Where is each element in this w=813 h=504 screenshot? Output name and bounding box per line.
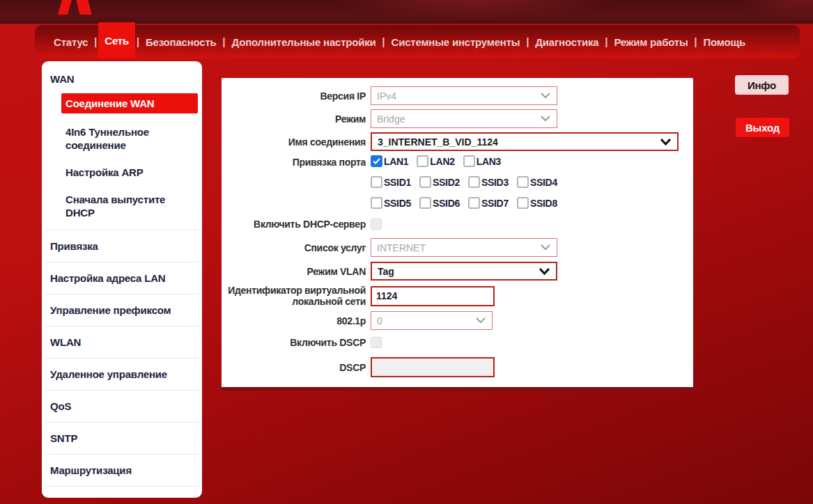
- mode-select: Bridge: [371, 109, 557, 128]
- checkbox-pair: SSID2: [419, 176, 460, 188]
- nav-separator: |: [381, 36, 387, 47]
- ssid3-checkbox-label: SSID3: [481, 177, 509, 188]
- priority-8021p-select: 0: [371, 311, 493, 330]
- top-nav: Статус | Сеть | Безопасность | Дополните…: [35, 25, 800, 58]
- check-icon: [373, 158, 380, 164]
- banner-curve-decor-right: [738, 0, 813, 21]
- vlan-id-input[interactable]: [371, 286, 495, 306]
- port-binding-line-ssid1-4: SSID1 SSID2 SSID3 SSID4: [371, 176, 566, 188]
- priority-8021p-value: 0: [377, 315, 382, 326]
- brand-logo-fragment: [76, 0, 91, 15]
- chevron-down-icon: [541, 244, 550, 251]
- sidebar-item-qos[interactable]: QoS: [45, 390, 199, 422]
- logout-button[interactable]: Выход: [736, 118, 789, 137]
- sidebar-item-lan-address[interactable]: Настройка адреса LAN: [45, 262, 199, 294]
- port-binding-line-ssid5-8: SSID5 SSID6 SSID7 SSID8: [371, 197, 566, 209]
- lan2-checkbox[interactable]: [417, 155, 428, 167]
- ssid2-checkbox[interactable]: [419, 176, 431, 188]
- ip-version-label: Версия IP: [222, 90, 366, 102]
- dscp-enable-checkbox: [371, 337, 382, 348]
- dhcp-server-checkbox: [371, 219, 382, 230]
- service-list-select: INTERNET: [371, 238, 557, 257]
- lan1-checkbox[interactable]: [371, 155, 382, 167]
- form-row-service-list: Список услуг INTERNET: [222, 238, 693, 257]
- banner-curve-decor: [327, 0, 620, 21]
- ssid5-checkbox[interactable]: [371, 197, 382, 209]
- tab-help[interactable]: Помощь: [699, 25, 751, 58]
- nav-separator: |: [93, 36, 98, 47]
- lan2-checkbox-label: LAN2: [430, 156, 454, 167]
- chevron-down-icon: [541, 116, 550, 122]
- form-row-vlan-id: Идентификатор виртуальной локальной сети: [222, 285, 693, 307]
- ssid4-checkbox-label: SSID4: [530, 177, 557, 188]
- vlan-id-label: Идентификатор виртуальной локальной сети: [222, 285, 366, 307]
- ssid7-checkbox-label: SSID7: [481, 198, 509, 209]
- port-binding-line-lan: LAN1 LAN2 LAN3: [371, 155, 566, 167]
- ssid1-checkbox[interactable]: [371, 176, 382, 188]
- sidebar-item-sntp[interactable]: SNTP: [45, 422, 199, 454]
- connection-name-label: Имя соединения: [222, 136, 366, 148]
- sidebar-item-4in6-tunnel[interactable]: 4In6 Туннельное соединение: [61, 122, 198, 155]
- tab-diagnostics[interactable]: Диагностика: [530, 25, 603, 58]
- ssid1-checkbox-label: SSID1: [384, 177, 411, 188]
- checkbox-pair: SSID7: [468, 197, 509, 209]
- checkbox-pair: SSID8: [517, 197, 557, 209]
- checkbox-pair: LAN1: [371, 155, 408, 167]
- ssid2-checkbox-label: SSID2: [433, 177, 460, 188]
- nav-separator: |: [222, 36, 227, 47]
- form-row-dhcp-server: Включить DHCP-сервер: [222, 219, 693, 230]
- connection-name-select[interactable]: 3_INTERNET_B_VID_1124: [371, 132, 679, 151]
- ip-version-select: IPv4: [371, 86, 557, 105]
- service-list-label: Список услуг: [222, 242, 366, 253]
- sidebar-item-binding[interactable]: Привязка: [45, 230, 199, 262]
- lan3-checkbox[interactable]: [463, 155, 475, 167]
- checkbox-pair: LAN3: [463, 155, 501, 167]
- ssid3-checkbox[interactable]: [468, 176, 480, 188]
- vlan-mode-select[interactable]: Tag: [371, 262, 557, 281]
- form-row-mode: Режим Bridge: [222, 109, 693, 128]
- ssid8-checkbox-label: SSID8: [530, 198, 557, 209]
- sidebar-item-prefix-management[interactable]: Управление префиксом: [45, 294, 199, 326]
- form-row-ip-version: Версия IP IPv4: [222, 86, 693, 105]
- tab-network[interactable]: Сеть: [98, 22, 135, 58]
- brand-logo-fragment: [58, 0, 72, 15]
- tab-system-tools[interactable]: Системные инструменты: [387, 25, 525, 58]
- ssid8-checkbox[interactable]: [517, 197, 529, 209]
- checkbox-pair: SSID4: [517, 176, 557, 188]
- lan3-checkbox-label: LAN3: [477, 156, 501, 167]
- sidebar-section-wan[interactable]: WAN: [42, 61, 202, 93]
- nav-separator: |: [135, 36, 141, 47]
- nav-separator: |: [525, 36, 530, 47]
- sidebar-item-arp-setup[interactable]: Настройка ARP: [61, 162, 198, 182]
- checkbox-pair: LAN2: [417, 155, 454, 167]
- connection-name-value: 3_INTERNET_B_VID_1124: [378, 136, 498, 148]
- dscp-label: DSCP: [222, 362, 366, 373]
- sidebar-item-wan-connection[interactable]: Соединение WAN: [61, 93, 198, 113]
- form-row-port-binding: Привязка порта LAN1 LAN2 LAN3: [222, 155, 693, 214]
- tab-advanced-settings[interactable]: Дополнительные настройки: [227, 25, 381, 58]
- sidebar-bottom-divider: [45, 486, 199, 496]
- sidebar: WAN Соединение WAN 4In6 Туннельное соеди…: [42, 61, 202, 498]
- nav-separator: |: [603, 36, 609, 47]
- tab-operation-mode[interactable]: Режим работы: [609, 25, 692, 58]
- sidebar-item-remote-management[interactable]: Удаленное управление: [45, 358, 199, 390]
- chevron-down-icon: [539, 268, 550, 275]
- sidebar-item-routing[interactable]: Маршрутизация: [45, 454, 199, 486]
- mode-value: Bridge: [377, 113, 405, 125]
- form-row-dscp-enable: Включить DSCP: [222, 337, 693, 348]
- sidebar-item-dhcp-release[interactable]: Сначала выпустите DHCP: [61, 189, 198, 223]
- sidebar-item-wlan[interactable]: WLAN: [45, 326, 199, 358]
- ssid6-checkbox-label: SSID6: [433, 198, 460, 209]
- ssid7-checkbox[interactable]: [468, 197, 480, 209]
- chevron-down-icon: [541, 93, 550, 99]
- info-button[interactable]: Инфо: [735, 75, 789, 95]
- checkbox-pair: SSID5: [371, 197, 411, 209]
- checkbox-pair: SSID6: [419, 197, 460, 209]
- tab-status[interactable]: Статус: [49, 25, 93, 58]
- nav-separator: |: [693, 36, 699, 47]
- ssid4-checkbox[interactable]: [517, 176, 529, 188]
- tab-security[interactable]: Безопасность: [141, 25, 222, 58]
- chevron-down-icon: [476, 317, 486, 324]
- form-row-vlan-mode: Режим VLAN Tag: [222, 262, 693, 281]
- ssid6-checkbox[interactable]: [419, 197, 431, 209]
